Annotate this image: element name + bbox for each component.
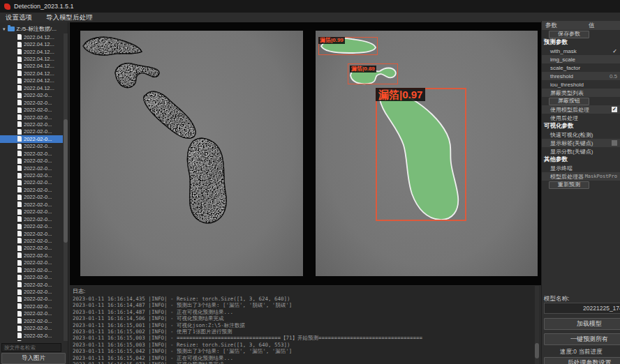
document-icon [17, 173, 22, 179]
log-line: 2023-01-11 16:16:15,042 |INFO| - 正在可视化预测… [73, 355, 535, 361]
file-item[interactable]: 2022-02-0 [0, 339, 63, 341]
document-icon [17, 70, 22, 76]
log-line: 2023-01-11 16:16:15,003 |INFO| - =======… [73, 335, 535, 341]
file-item[interactable]: 2022-02-0... [0, 150, 63, 157]
file-item[interactable]: 2022-02-0... [0, 281, 63, 288]
param-button[interactable]: 屏蔽按钮 [549, 98, 589, 105]
param-row[interactable]: scale_factor [542, 63, 620, 72]
param-row[interactable]: 显示分数(关键点) [542, 147, 620, 156]
detection-label: 漏箔|0.97 [376, 88, 425, 101]
file-item[interactable]: 2022-02-0... [0, 114, 63, 121]
file-item[interactable]: 2022.04.12... [0, 70, 63, 77]
document-icon [17, 114, 22, 120]
file-item[interactable]: 2022-02-0... [0, 266, 63, 273]
file-item[interactable]: 2022-02-0... [0, 237, 63, 244]
param-button[interactable]: 保存参数 [549, 31, 589, 38]
log-line: 2023-01-11 16:16:15,002 |INFO| - 使用了1张图片… [73, 328, 535, 335]
param-row[interactable]: img_scale [542, 55, 620, 63]
params-section-title: 预测参数 [542, 38, 620, 47]
file-item[interactable]: 2022-02-0... [0, 245, 63, 252]
file-item[interactable]: 2022-02-0... [0, 135, 63, 142]
file-item[interactable]: 2022-02-0... [0, 215, 63, 222]
file-item[interactable]: 2022-02-0... [0, 222, 63, 229]
file-item[interactable]: 2022-02-0... [0, 194, 63, 201]
model-name-field[interactable]: 20221225_174813 [544, 303, 620, 314]
image-viewer: 漏箔|0.99 漏箔|0.89 漏箔|0.97 [70, 22, 541, 285]
file-item[interactable]: 2022-02-0... [0, 288, 63, 295]
menu-bar: 设置选项 导入模型后处理 [0, 13, 620, 22]
file-item[interactable]: 2022-02-0... [0, 128, 63, 135]
file-item[interactable]: 2022-02-0... [0, 310, 63, 317]
file-item[interactable]: 2022-02-0... [0, 208, 63, 215]
file-item[interactable]: 2022-02-0... [0, 92, 63, 99]
file-item[interactable]: 2022.04.12... [0, 84, 63, 91]
param-row[interactable]: with_mask✓ [542, 47, 620, 55]
log-console[interactable]: 日志: 2023-01-11 16:16:14,435 |INFO| - Res… [70, 286, 535, 364]
file-item[interactable]: 2022-02-0... [0, 273, 63, 280]
file-item[interactable]: 2022.04.12... [0, 63, 63, 70]
param-row[interactable]: 模型后处理器MaskPostPro [542, 172, 620, 181]
param-button[interactable]: 重新预测 [549, 181, 589, 189]
file-item[interactable]: 2022-02-0... [0, 230, 63, 237]
file-item[interactable]: 2022-02-0... [0, 303, 63, 310]
document-icon [17, 267, 22, 273]
param-row[interactable]: 快速可视化(检测) [542, 130, 620, 139]
file-item[interactable]: 2022-02-0... [0, 252, 63, 259]
param-row[interactable]: 显示标签(关键点) [542, 139, 620, 147]
checkbox-empty[interactable] [612, 140, 617, 146]
log-line: 2023-01-11 16:16:15,073 |INFO| - 可视化预测结果… [73, 361, 535, 364]
file-item[interactable]: 2022-02-0... [0, 259, 63, 266]
menu-import-postprocess[interactable]: 导入模型后处理 [46, 13, 93, 22]
param-row[interactable]: 使用模型后处理✓ [542, 105, 620, 114]
file-item[interactable]: 2022-02-0... [0, 201, 63, 208]
checkbox-checked[interactable]: ✓ [612, 107, 617, 112]
param-row[interactable]: iou_threshold [542, 80, 620, 89]
check-mark-icon: ✓ [612, 48, 617, 54]
file-item[interactable]: 2022-02-0... [0, 325, 63, 332]
scrollbar-thumb[interactable] [535, 343, 539, 358]
file-item[interactable]: 2022-02-0... [0, 99, 63, 106]
document-icon [17, 42, 22, 47]
param-row[interactable]: 显示终端 [542, 164, 620, 172]
param-row[interactable]: 屏蔽类型列表 [542, 89, 620, 97]
detection-box[interactable] [376, 88, 466, 221]
file-item[interactable]: 2022-02-0... [0, 143, 63, 150]
postprocess-params-button[interactable]: 后处理参数设置 [544, 357, 620, 364]
file-list-scrollbar[interactable] [64, 33, 68, 341]
file-item[interactable]: 2022-02-0... [0, 186, 63, 193]
file-item[interactable]: 2022-02-0... [0, 296, 63, 303]
document-icon [17, 49, 22, 54]
speed-status: 速度:0 当前进度 [560, 348, 602, 356]
file-item[interactable]: 2022-02-0... [0, 106, 63, 113]
file-item[interactable]: 2022.04.12... [0, 33, 63, 40]
file-item[interactable]: 2022-02-0... [0, 179, 63, 186]
file-item[interactable]: 2022.04.12... [0, 55, 63, 62]
source-image-pane[interactable] [80, 31, 303, 276]
file-item[interactable]: 2022.04.12... [0, 40, 63, 47]
load-model-button[interactable]: 加载模型 [544, 318, 620, 330]
file-item[interactable]: 2022.04.12... [0, 77, 63, 84]
detection-label: 漏箔|0.89 [350, 66, 376, 73]
file-item[interactable]: 2022-02-0... [0, 317, 63, 324]
file-item[interactable]: 2022-02-0... [0, 165, 63, 172]
tree-root[interactable]: ▾ Z:/5-标注数据/... [0, 24, 68, 33]
prediction-image-pane[interactable]: 漏箔|0.99 漏箔|0.89 漏箔|0.97 [316, 31, 538, 276]
file-item[interactable]: 2022.04.12... [0, 48, 63, 55]
param-row[interactable]: 使用后处理 [542, 114, 620, 122]
file-item[interactable]: 2022-02-0... [0, 121, 63, 128]
chevron-down-icon[interactable]: ▾ [3, 26, 6, 32]
scrollbar-thumb[interactable] [64, 119, 68, 242]
file-item[interactable]: 2022-02-0... [0, 157, 63, 164]
predict-all-button[interactable]: 一键预测所有 [544, 333, 620, 345]
file-item[interactable]: 2022-02-0... [0, 172, 63, 179]
param-row[interactable]: threshold0.5 [542, 72, 620, 80]
file-panel: ▾ Z:/5-标注数据/... 2022.04.12...2022.04.12.… [0, 22, 68, 364]
params-header-value: 值 [589, 22, 595, 30]
document-icon [17, 144, 22, 149]
log-scrollbar[interactable] [535, 286, 539, 364]
log-lines: 2023-01-11 16:16:14,435 |INFO| - Resize:… [73, 296, 535, 364]
menu-settings[interactable]: 设置选项 [6, 13, 32, 22]
import-images-button[interactable]: 导入图片 [1, 353, 66, 364]
file-item[interactable]: 2022-02-0... [0, 332, 63, 339]
search-input[interactable] [1, 343, 61, 352]
